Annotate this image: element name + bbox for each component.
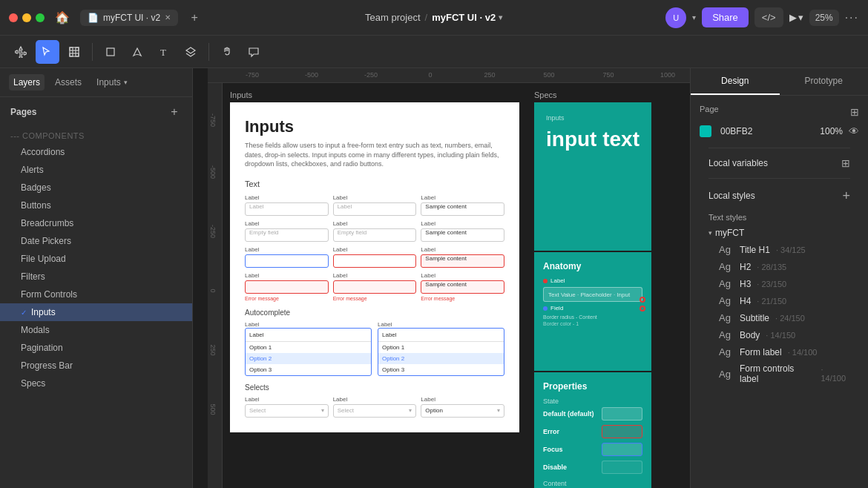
selects-label: Selects	[245, 383, 504, 392]
specs-frame-label: Specs	[534, 90, 651, 99]
more-options-button[interactable]: ···	[845, 11, 859, 24]
list-item[interactable]: Date Pickers	[0, 232, 192, 250]
tab-close-button[interactable]: ✕	[165, 13, 171, 22]
state-preview-default	[602, 407, 642, 421]
text-style-item[interactable]: Ag Title H1 · 34/125	[708, 241, 850, 258]
text-style-name: Form label	[740, 347, 782, 357]
text-style-name: Form controls label	[740, 363, 815, 384]
ruler-mark: 1000	[660, 71, 675, 79]
anatomy-card: Anatomy Label Text Value · Placeholder ·…	[534, 252, 651, 371]
toolbar-separator-2	[208, 43, 209, 61]
autocomplete-widget-2[interactable]: Label Label Option 1 Option 2 Option 3	[378, 321, 504, 376]
text-style-item[interactable]: Ag H2 · 28/135	[708, 258, 850, 275]
list-item[interactable]: Modals	[0, 321, 192, 339]
add-local-style-button[interactable]: +	[842, 189, 850, 202]
list-item[interactable]: File Upload	[0, 250, 192, 268]
text-style-item[interactable]: Ag Form controls label · 14/100	[708, 360, 850, 387]
file-name-label[interactable]: myFCT UI · v2 ▾	[432, 12, 502, 23]
tab-icon: 📄	[88, 13, 99, 23]
text-style-item[interactable]: Ag Body · 14/150	[708, 326, 850, 343]
share-button[interactable]: Share	[702, 7, 749, 27]
state-preview-error	[602, 425, 642, 438]
list-item[interactable]: Pagination	[0, 339, 192, 357]
list-item[interactable]: Form Controls	[0, 286, 192, 303]
inputs-frame-label: Inputs	[230, 90, 519, 99]
code-button[interactable]: </>	[754, 7, 783, 27]
frame-tool-button[interactable]	[62, 40, 86, 64]
separator-2	[708, 178, 850, 179]
text-style-name: Body	[740, 330, 760, 340]
add-tab-button[interactable]: +	[187, 10, 202, 25]
comment-tool-button[interactable]	[242, 40, 266, 64]
autocomplete-widget-1[interactable]: Label Label Option 1 Option 2 Option 3	[245, 321, 372, 376]
play-button[interactable]: ▶ ▾	[789, 12, 803, 23]
list-item[interactable]: Badges	[0, 179, 192, 197]
move-tool-button[interactable]	[9, 40, 33, 64]
list-item[interactable]: Alerts	[0, 161, 192, 179]
visibility-icon[interactable]: 👁	[849, 125, 859, 137]
svg-rect-4	[107, 48, 114, 56]
input-text-spec-card: Inputs input text	[534, 102, 651, 251]
zoom-button[interactable]: 25%	[809, 10, 839, 26]
title-actions: U ▾ Share </> ▶ ▾ 25% ···	[665, 7, 859, 28]
ruler-mark: 500	[543, 71, 554, 79]
canvas[interactable]: -750 -500 -250 0 250 500 750 1000 -750 -…	[193, 68, 690, 488]
minimize-traffic-light[interactable]	[22, 13, 31, 22]
prop-state-disable: Disable	[543, 461, 642, 474]
inputs-frame[interactable]: Inputs These fields allow users to input…	[230, 102, 519, 432]
list-item[interactable]: Accordions	[0, 143, 192, 161]
sidebar-item-inputs[interactable]: ✓ Inputs	[0, 303, 192, 321]
play-caret-icon: ▾	[798, 12, 803, 23]
spec-input-text: input text	[546, 128, 640, 151]
autocomplete-dropdown-2[interactable]: Label Option 1 Option 2 Option 3	[378, 328, 504, 376]
pen-tool-button[interactable]	[125, 40, 149, 64]
text-style-ag-icon: Ag	[719, 346, 734, 357]
page-color-row: 00BFB2 100% 👁	[700, 125, 859, 137]
page-section: Page ⊞ 00BFB2 100% 👁	[700, 105, 859, 137]
text-style-item[interactable]: Ag Form label · 14/100	[708, 343, 850, 360]
tab-prototype[interactable]: Prototype	[780, 68, 869, 95]
inputs-caret-icon: ▾	[124, 79, 128, 86]
text-style-item[interactable]: Ag H3 · 23/150	[708, 275, 850, 292]
text-style-item[interactable]: Ag Subtitle · 24/150	[708, 309, 850, 326]
right-sidebar-content: Page ⊞ 00BFB2 100% 👁 Local vari	[691, 96, 868, 488]
list-item[interactable]: Filters	[0, 268, 192, 286]
close-traffic-light[interactable]	[9, 13, 18, 22]
canvas-content: Inputs Inputs These fields allow users t…	[208, 83, 690, 488]
maximize-traffic-light[interactable]	[36, 13, 45, 22]
anatomy-marker-icon	[640, 306, 645, 311]
page-section-title: Page	[700, 105, 719, 113]
select-tool-button[interactable]	[36, 40, 59, 64]
tab-layers[interactable]: Layers	[9, 74, 45, 90]
list-item[interactable]: Progress Bar	[0, 357, 192, 375]
component-tool-button[interactable]	[179, 40, 203, 64]
form-group: Label Label	[333, 194, 417, 216]
shape-tool-button[interactable]	[99, 40, 122, 64]
file-tab[interactable]: 📄 myFCT UI · v2 ✕	[80, 10, 178, 26]
form-group: Label Empty field	[245, 220, 329, 242]
anatomy-dot-icon	[543, 279, 548, 283]
autocomplete-dropdown[interactable]: Label Option 1 Option 2 Option 3	[245, 328, 372, 376]
text-style-spec: · 23/150	[757, 280, 786, 288]
list-item[interactable]: Specs	[0, 375, 192, 392]
home-icon[interactable]: 🏠	[53, 9, 71, 27]
text-style-item[interactable]: Ag H4 · 21/150	[708, 292, 850, 309]
list-item[interactable]: Breadcrumbs	[0, 214, 192, 232]
list-item[interactable]: Buttons	[0, 197, 192, 214]
tab-design[interactable]: Design	[691, 68, 780, 95]
text-style-group-header[interactable]: ▾ myFCT	[708, 225, 850, 241]
avatar-caret-icon[interactable]: ▾	[692, 13, 696, 22]
tab-assets[interactable]: Assets	[50, 74, 86, 90]
page-icon-button[interactable]: ⊞	[850, 106, 859, 118]
text-tool-button[interactable]: T	[152, 40, 176, 64]
text-style-group-name: myFCT	[715, 228, 744, 238]
local-variables-icon[interactable]: ⊞	[841, 157, 850, 169]
avatar[interactable]: U	[665, 7, 686, 28]
text-style-group: ▾ myFCT Ag Title H1 · 34/125 Ag H2 · 28/…	[700, 225, 859, 387]
inputs-frame-title: Inputs	[245, 117, 504, 136]
tab-inputs[interactable]: Inputs ▾	[92, 74, 132, 90]
text-style-ag-icon: Ag	[719, 244, 734, 255]
add-page-button[interactable]: +	[167, 105, 182, 119]
hand-tool-button[interactable]	[215, 40, 239, 64]
page-color-swatch[interactable]	[700, 125, 711, 137]
